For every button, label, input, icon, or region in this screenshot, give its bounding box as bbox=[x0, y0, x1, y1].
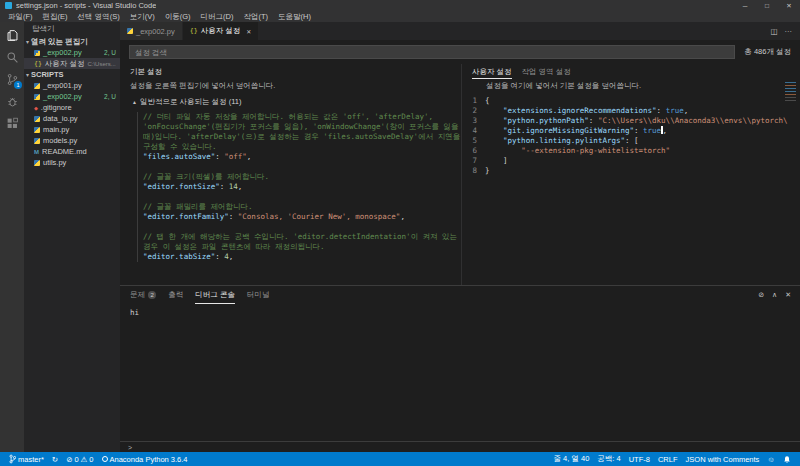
panel-tabbar: 문제 2 출력 디버그 콘솔 터미널 ⊘ ∧ ✕ bbox=[120, 286, 800, 304]
more-actions-icon[interactable]: ··· bbox=[785, 27, 793, 36]
user-settings-code[interactable]: 1{2 "extensions.ignoreRecommendations": … bbox=[462, 96, 800, 176]
code-line: 1{ bbox=[462, 96, 800, 106]
chevron-down-icon: ▾ bbox=[26, 38, 29, 45]
open-editors-section[interactable]: ▾ 열려 있는 편집기 bbox=[24, 36, 120, 47]
explorer-sidebar: 탐색기 ▾ 열려 있는 편집기 _exp002.py 2, U {} 사용자 설… bbox=[24, 22, 120, 452]
tab-user-settings[interactable]: {} 사용자 설정 ✕ bbox=[183, 22, 259, 40]
menu-go[interactable]: 이동(G) bbox=[160, 12, 196, 22]
python-file-icon bbox=[34, 50, 40, 56]
editor-area: _exp002.py {} 사용자 설정 ✕ ◫ ··· 총 486개 설정 bbox=[120, 22, 800, 452]
menubar: 파일(F) 편집(E) 선택 영역(S) 보기(V) 이동(G) 디버그(D) … bbox=[0, 11, 800, 22]
tab-terminal[interactable]: 터미널 bbox=[247, 286, 270, 304]
menu-file[interactable]: 파일(F) bbox=[3, 12, 38, 22]
close-panel-icon[interactable]: ✕ bbox=[785, 291, 791, 299]
code-line: 5 "python.linting.pylintArgs": [ bbox=[462, 136, 800, 146]
tab-problems[interactable]: 문제 2 bbox=[130, 286, 156, 304]
extensions-icon[interactable] bbox=[0, 112, 24, 134]
default-settings-code[interactable]: // 더티 파일 자동 저장을 제어합니다. 허용되는 값은 'off', 'a… bbox=[137, 112, 461, 262]
warning-icon: ⚠ bbox=[81, 455, 88, 464]
sync-icon: ↻ bbox=[52, 455, 58, 464]
default-settings-pane[interactable]: 기본 설정 설정을 오른쪽 편집기에 넣어서 덮어씁니다. ▲ 일반적으로 사용… bbox=[120, 64, 462, 285]
feedback-smiley-icon[interactable]: ☺ bbox=[763, 455, 779, 464]
minimap[interactable] bbox=[784, 80, 797, 103]
tab-output[interactable]: 출력 bbox=[168, 286, 183, 304]
split-editor-icon[interactable]: ◫ bbox=[770, 27, 777, 36]
python-file-icon bbox=[34, 116, 40, 122]
debug-console-input[interactable]: > bbox=[120, 441, 800, 452]
file-item[interactable]: data_io.py bbox=[24, 113, 120, 124]
file-item[interactable]: _exp002.py 2, U bbox=[24, 91, 120, 102]
menu-help[interactable]: 도움말(H) bbox=[273, 12, 316, 22]
tab-debug-console[interactable]: 디버그 콘솔 bbox=[195, 286, 235, 304]
clear-console-icon[interactable]: ⊘ bbox=[758, 291, 764, 299]
search-icon[interactable] bbox=[0, 46, 24, 68]
activity-bar: 1 bbox=[0, 22, 24, 452]
menu-debug[interactable]: 디버그(D) bbox=[196, 12, 239, 22]
source-control-icon[interactable]: 1 bbox=[0, 68, 24, 90]
python-interpreter-item[interactable]: Anaconda Python 3.6.4 bbox=[98, 455, 192, 464]
code-line bbox=[143, 192, 461, 202]
code-line: 3 "python.pythonPath": "C:\\Users\\dku\\… bbox=[462, 116, 800, 126]
code-line: 4 "git.ignoreMissingGitWarning": true, bbox=[462, 126, 800, 136]
menu-tasks[interactable]: 작업(T) bbox=[238, 12, 273, 22]
code-line: "files.autoSave": "off", bbox=[143, 152, 461, 162]
code-line: 구성할 수 있습니다. bbox=[143, 142, 461, 152]
explorer-icon[interactable] bbox=[0, 24, 24, 46]
maximize-button[interactable]: □ bbox=[756, 0, 778, 11]
prompt-icon: > bbox=[128, 444, 132, 451]
tab-exp002[interactable]: _exp002.py bbox=[120, 22, 183, 40]
file-item[interactable]: ◆ .gitignore bbox=[24, 102, 120, 113]
folder-section[interactable]: ▾ SCRIPTS bbox=[24, 69, 120, 80]
indentation-item[interactable]: 공백: 4 bbox=[593, 454, 624, 464]
file-item[interactable]: M README.md bbox=[24, 146, 120, 157]
file-item[interactable]: models.py bbox=[24, 135, 120, 146]
encoding-item[interactable]: UTF-8 bbox=[625, 455, 654, 464]
file-item[interactable]: utils.py bbox=[24, 157, 120, 168]
problems-count-badge: 2 bbox=[148, 291, 156, 299]
settings-search-row: 총 486개 설정 bbox=[120, 40, 800, 64]
git-status-badge: 2, U bbox=[104, 93, 120, 100]
settings-section-fold[interactable]: ▲ 일반적으로 사용되는 설정 (11) bbox=[120, 95, 461, 110]
window-title: settings.json - scripts - Visual Studio … bbox=[16, 1, 156, 10]
git-branch-item[interactable]: master* bbox=[5, 454, 48, 464]
notifications-bell-item[interactable] bbox=[779, 455, 795, 464]
open-editor-item-active[interactable]: {} 사용자 설정 C:\Users... bbox=[24, 58, 120, 69]
python-file-icon bbox=[127, 28, 133, 34]
markdown-file-icon: M bbox=[34, 149, 39, 155]
menu-selection[interactable]: 선택 영역(S) bbox=[73, 12, 125, 22]
vscode-window: settings.json - scripts - Visual Studio … bbox=[0, 0, 800, 466]
fold-icon: ▲ bbox=[132, 99, 137, 105]
menu-edit[interactable]: 편집(E) bbox=[38, 12, 73, 22]
code-line bbox=[143, 162, 461, 172]
maximize-panel-icon[interactable]: ∧ bbox=[772, 291, 777, 299]
open-editor-item[interactable]: _exp002.py 2, U bbox=[24, 47, 120, 58]
python-file-icon bbox=[34, 138, 40, 144]
settings-count: 총 486개 설정 bbox=[744, 47, 791, 57]
chevron-down-icon: ▾ bbox=[26, 71, 29, 78]
debug-console-output[interactable]: hi bbox=[120, 304, 800, 441]
file-item[interactable]: _exp001.py bbox=[24, 80, 120, 91]
settings-search-input[interactable] bbox=[129, 45, 735, 59]
json-file-icon: {} bbox=[190, 27, 198, 35]
user-settings-pane[interactable]: 사용자 설정 작업 영역 설정 설정을 여기에 넣어서 기본 설정을 덮어씁니다… bbox=[462, 64, 800, 285]
sidebar-title: 탐색기 bbox=[24, 22, 120, 36]
editor-tabbar: _exp002.py {} 사용자 설정 ✕ ◫ ··· bbox=[120, 22, 800, 40]
vscode-logo-icon bbox=[5, 2, 12, 9]
debug-icon[interactable] bbox=[0, 90, 24, 112]
python-file-icon bbox=[34, 83, 40, 89]
tab-workspace-settings-scope[interactable]: 작업 영역 설정 bbox=[522, 64, 571, 79]
close-icon[interactable]: ✕ bbox=[243, 28, 251, 35]
file-item[interactable]: main.py bbox=[24, 124, 120, 135]
anaconda-icon bbox=[102, 456, 108, 462]
problems-summary-item[interactable]: ⊘ 0 ⚠ 0 bbox=[62, 455, 97, 464]
tab-user-settings-scope[interactable]: 사용자 설정 bbox=[472, 64, 512, 79]
code-line: 'onFocusChange'(편집기가 포커스를 잃음), 'onWindow… bbox=[143, 122, 461, 132]
eol-item[interactable]: CRLF bbox=[654, 455, 682, 464]
sync-item[interactable]: ↻ bbox=[48, 455, 62, 464]
code-line: // 글꼴 크기(픽셀)를 제어합니다. bbox=[143, 172, 461, 182]
close-button[interactable]: ✕ bbox=[778, 0, 800, 11]
menu-view[interactable]: 보기(V) bbox=[125, 12, 160, 22]
minimize-button[interactable]: ─ bbox=[734, 0, 756, 11]
cursor-position-item[interactable]: 줄 4, 열 40 bbox=[550, 454, 594, 464]
language-mode-item[interactable]: JSON with Comments bbox=[682, 455, 764, 464]
